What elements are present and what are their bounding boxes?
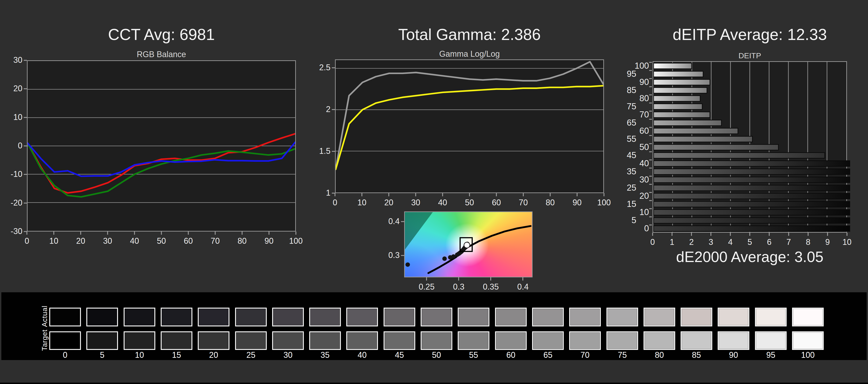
deitp-y-tick xyxy=(649,168,652,168)
deitp-x-tick xyxy=(846,233,847,236)
deitp-y-tick xyxy=(649,200,652,201)
swatch-target-90 xyxy=(718,331,749,350)
swatch-target-10 xyxy=(124,331,155,350)
deitp-x-tick xyxy=(730,233,731,236)
deitp-x-tick xyxy=(788,233,789,236)
swatch-actual-50 xyxy=(421,308,452,326)
swatch-level-label: 70 xyxy=(569,351,601,360)
deitp-x-tick xyxy=(691,233,692,236)
deitp-bar-level-50 xyxy=(653,144,779,151)
deitp-y-label: 5 xyxy=(612,216,636,225)
swatch-level-label: 35 xyxy=(309,351,341,360)
swatch-actual-85 xyxy=(681,308,712,326)
deitp-bar-level-25 xyxy=(653,185,850,191)
swatch-target-45 xyxy=(383,331,415,350)
swatch-actual-80 xyxy=(644,308,675,326)
bottom-edge-bar xyxy=(0,383,868,384)
deitp-y-label: 95 xyxy=(612,69,636,78)
swatch-actual-40 xyxy=(346,308,378,326)
swatch-target-25 xyxy=(235,331,267,350)
deitp-bar-level-40 xyxy=(653,160,850,167)
deitp-y-tick xyxy=(649,216,652,217)
swatch-target-100 xyxy=(792,331,824,350)
deitp-x-tick xyxy=(652,233,653,236)
deitp-y-label: 100 xyxy=(624,61,649,70)
swatch-actual-65 xyxy=(532,308,564,326)
swatch-level-label: 60 xyxy=(495,351,527,360)
swatch-actual-75 xyxy=(607,308,638,326)
deitp-bar-level-20 xyxy=(653,193,850,199)
deitp-y-tick xyxy=(649,127,652,128)
swatch-target-5 xyxy=(86,331,118,350)
swatch-actual-95 xyxy=(755,308,786,326)
deitp-y-tick xyxy=(649,159,652,160)
deitp-y-tick xyxy=(649,86,652,87)
swatch-level-label: 55 xyxy=(458,351,489,360)
deitp-y-label: 50 xyxy=(624,142,649,152)
swatch-level-label: 75 xyxy=(607,351,638,360)
swatch-level-label: 5 xyxy=(86,351,118,360)
swatch-level-label: 25 xyxy=(235,351,267,360)
deitp-y-tick xyxy=(649,135,652,136)
swatch-level-label: 30 xyxy=(272,351,304,360)
swatch-actual-10 xyxy=(124,308,155,326)
swatch-actual-100 xyxy=(792,308,824,326)
deitp-bar-level-90 xyxy=(653,79,710,85)
swatch-level-label: 100 xyxy=(792,351,824,360)
deitp-y-tick xyxy=(649,225,652,225)
swatch-level-label: 65 xyxy=(532,351,564,360)
deitp-y-label: 85 xyxy=(612,86,636,95)
deitp-bar-level-95 xyxy=(653,71,704,77)
deitp-bar-level-35 xyxy=(653,168,850,175)
deitp-x-tick xyxy=(769,233,770,236)
deitp-bar-level-15 xyxy=(653,201,850,207)
deitp-y-tick xyxy=(649,151,652,152)
swatch-actual-35 xyxy=(309,308,341,326)
swatch-level-label: 50 xyxy=(421,351,452,360)
swatch-target-55 xyxy=(458,331,489,350)
deitp-y-label: 25 xyxy=(612,183,636,192)
swatch-target-65 xyxy=(532,331,564,350)
swatch-target-75 xyxy=(607,331,638,350)
deitp-x-tick xyxy=(749,233,750,236)
swatch-level-label: 80 xyxy=(644,351,675,360)
deitp-x-tick xyxy=(827,233,828,236)
deitp-y-tick xyxy=(649,176,652,177)
deitp-bar-level-30 xyxy=(653,177,850,183)
deitp-y-tick xyxy=(649,102,652,103)
deitp-y-label: 0 xyxy=(624,224,649,233)
deitp-bar-level-10 xyxy=(653,209,850,216)
deitp-y-label: 40 xyxy=(624,159,649,168)
deitp-bar-level-75 xyxy=(653,103,703,110)
deitp-y-label: 35 xyxy=(612,167,636,176)
swatch-actual-45 xyxy=(383,308,415,326)
grayscale-swatch-strip: Actual Target 05101520253035404550556065… xyxy=(1,292,867,360)
swatch-level-label: 90 xyxy=(718,351,749,360)
swatch-target-80 xyxy=(644,331,675,350)
deitp-y-label: 45 xyxy=(612,151,636,160)
deitp-y-tick xyxy=(649,78,652,79)
deitp-x-tick-label: 10 xyxy=(833,237,861,247)
deitp-bar-level-45 xyxy=(653,152,825,159)
deitp-y-label: 55 xyxy=(612,134,636,143)
swatch-level-label: 0 xyxy=(49,351,81,360)
swatch-target-0 xyxy=(49,331,81,350)
swatch-columns: 0510152025303540455055606570758085909510… xyxy=(1,292,867,360)
swatch-target-20 xyxy=(198,331,229,350)
deitp-x-tick xyxy=(672,233,673,236)
swatch-target-95 xyxy=(755,331,786,350)
deitp-y-tick xyxy=(649,192,652,193)
swatch-target-70 xyxy=(569,331,601,350)
swatch-target-85 xyxy=(681,331,712,350)
deitp-y-tick xyxy=(649,94,652,95)
deitp-y-label: 20 xyxy=(624,191,649,200)
swatch-target-60 xyxy=(495,331,527,350)
deitp-bar-level-60 xyxy=(653,128,738,134)
deitp-bar-level-0 xyxy=(653,225,850,232)
swatch-level-label: 15 xyxy=(161,351,192,360)
swatch-level-label: 10 xyxy=(124,351,155,360)
deitp-y-tick xyxy=(649,184,652,185)
swatch-target-30 xyxy=(272,331,304,350)
deitp-y-tick xyxy=(649,62,652,63)
swatch-target-15 xyxy=(161,331,192,350)
